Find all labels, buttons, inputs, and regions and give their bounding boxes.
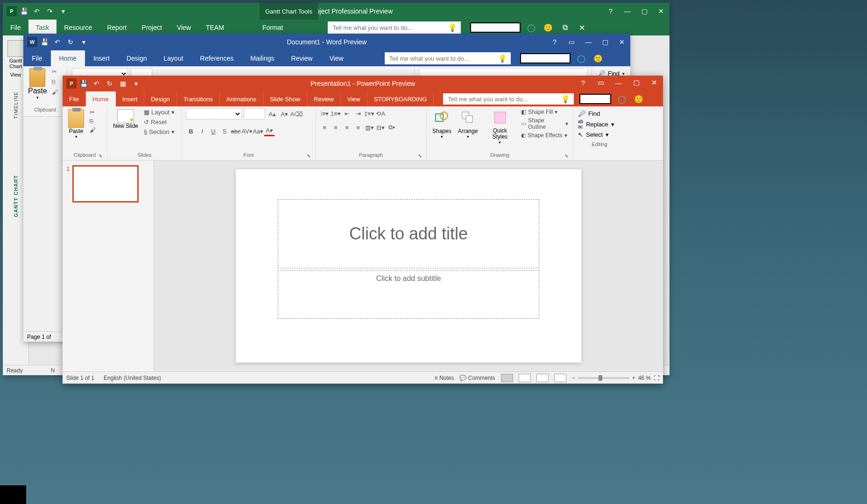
- ribbon-options-icon[interactable]: ▭: [592, 76, 610, 90]
- ribbon-options-icon[interactable]: ▭: [563, 35, 580, 49]
- shapes-button[interactable]: Shapes▾: [430, 108, 453, 140]
- tab-view[interactable]: View: [169, 20, 198, 35]
- format-painter-icon[interactable]: 🖌: [52, 89, 62, 97]
- tab-review[interactable]: Review: [283, 50, 321, 66]
- shape-outline-button[interactable]: ▭Shape Outline ▾: [520, 117, 569, 131]
- smartart-button[interactable]: ⧉▾: [387, 122, 397, 133]
- tab-design[interactable]: Design: [144, 91, 176, 106]
- sync-icon[interactable]: ◯: [616, 93, 628, 105]
- font-launcher-icon[interactable]: ⬊: [307, 153, 310, 158]
- bold-button[interactable]: B: [186, 126, 196, 136]
- quick-styles-button[interactable]: Quick Styles▾: [482, 108, 517, 146]
- shadow-button[interactable]: S: [219, 126, 230, 136]
- decrease-indent-button[interactable]: ⇤: [342, 108, 352, 119]
- qat-more-icon[interactable]: ▾: [59, 7, 67, 15]
- char-spacing-button[interactable]: AV▾: [242, 126, 252, 136]
- maximize-icon[interactable]: ▢: [597, 35, 613, 49]
- user-account-box[interactable]: [520, 53, 571, 63]
- sync-icon[interactable]: ◯: [525, 21, 537, 34]
- text-direction-button[interactable]: ⟲A: [375, 108, 386, 119]
- format-painter-icon[interactable]: 🖌: [89, 126, 97, 134]
- replace-button[interactable]: abacReplace ▾: [578, 119, 621, 129]
- tab-insert[interactable]: Insert: [85, 50, 118, 66]
- close-icon[interactable]: ✕: [613, 35, 630, 49]
- shape-effects-button[interactable]: ◐Shape Effects ▾: [520, 132, 569, 139]
- tab-storyboarding[interactable]: STORYBOARDING: [367, 91, 434, 106]
- find-button[interactable]: 🔎Find: [578, 110, 621, 117]
- tab-home[interactable]: Home: [86, 91, 116, 106]
- tab-slideshow[interactable]: Slide Show: [263, 91, 307, 106]
- align-right-button[interactable]: ≡: [342, 122, 352, 133]
- paste-button[interactable]: Paste ▾: [66, 108, 86, 140]
- undo-icon[interactable]: ↶: [33, 7, 41, 15]
- zoom-slider[interactable]: [578, 377, 629, 379]
- redo-icon[interactable]: ↷: [46, 7, 54, 15]
- feedback-smile-icon[interactable]: 🙂: [542, 21, 554, 34]
- feedback-smile-icon[interactable]: 🙂: [633, 93, 645, 105]
- ribbon-close-icon[interactable]: ✕: [576, 21, 588, 34]
- tab-design[interactable]: Design: [118, 50, 155, 66]
- tellme-input[interactable]: [443, 93, 574, 105]
- undo-icon[interactable]: ↶: [53, 38, 62, 46]
- zoom-in-button[interactable]: +: [632, 375, 635, 381]
- layout-button[interactable]: ▦Layout ▾: [143, 108, 176, 116]
- slide-1-thumbnail[interactable]: [72, 165, 139, 203]
- font-color-button[interactable]: A▾: [264, 126, 275, 136]
- tab-resource[interactable]: Resource: [56, 20, 99, 35]
- redo-icon[interactable]: ↻: [66, 38, 75, 46]
- share-icon[interactable]: ⧉: [559, 21, 571, 34]
- tab-animations[interactable]: Animations: [220, 91, 263, 106]
- tab-review[interactable]: Review: [307, 91, 341, 106]
- close-icon[interactable]: ✕: [645, 76, 663, 90]
- slide-thumbnails-panel[interactable]: 1: [63, 161, 154, 371]
- tab-team[interactable]: TEAM: [198, 20, 232, 35]
- cut-icon[interactable]: ✂: [89, 108, 97, 116]
- new-slide-button[interactable]: New Slide: [111, 108, 140, 130]
- section-button[interactable]: §Section ▾: [143, 128, 176, 136]
- reset-button[interactable]: ↺Reset: [143, 118, 176, 126]
- tellme-input[interactable]: [328, 21, 461, 34]
- sync-icon[interactable]: ◯: [575, 52, 587, 64]
- minimize-icon[interactable]: —: [619, 4, 636, 18]
- minimize-icon[interactable]: —: [580, 35, 597, 49]
- save-icon[interactable]: 💾: [40, 38, 49, 46]
- help-icon[interactable]: ?: [574, 76, 592, 90]
- numbering-button[interactable]: 1≡▾: [331, 108, 341, 119]
- decrease-font-icon[interactable]: A▾: [279, 109, 289, 119]
- minimize-icon[interactable]: —: [610, 76, 627, 90]
- bullets-button[interactable]: ⁝≡▾: [319, 108, 330, 119]
- comments-button[interactable]: 💬 Comments: [459, 375, 495, 381]
- maximize-icon[interactable]: ▢: [636, 4, 653, 18]
- reading-view-button[interactable]: [536, 374, 549, 382]
- collapse-ribbon-icon[interactable]: ˆ: [658, 375, 660, 382]
- tab-format[interactable]: Format: [255, 20, 290, 35]
- italic-button[interactable]: I: [197, 126, 207, 136]
- clipboard-launcher-icon[interactable]: ⬊: [99, 153, 102, 158]
- normal-view-button[interactable]: [501, 374, 513, 382]
- notes-button[interactable]: ≡ Notes: [435, 375, 454, 381]
- tab-task[interactable]: Task: [28, 20, 57, 35]
- user-account-box[interactable]: [470, 22, 521, 33]
- save-icon[interactable]: 💾: [79, 79, 88, 88]
- slide-sorter-view-button[interactable]: [519, 374, 531, 382]
- user-account-box[interactable]: [579, 94, 611, 104]
- select-button[interactable]: ↖Select ▾: [578, 131, 621, 138]
- align-text-button[interactable]: ⊟▾: [375, 122, 386, 133]
- tab-home[interactable]: Home: [51, 50, 85, 66]
- tab-view[interactable]: View: [341, 91, 367, 106]
- feedback-smile-icon[interactable]: 🙂: [592, 52, 604, 64]
- start-from-beginning-icon[interactable]: ▦: [119, 79, 127, 88]
- close-icon[interactable]: ✕: [653, 4, 670, 18]
- strike-button[interactable]: abc: [231, 126, 241, 136]
- tab-mailings[interactable]: Mailings: [242, 50, 282, 66]
- qat-more-icon[interactable]: ▾: [79, 38, 88, 46]
- drawing-launcher-icon[interactable]: ⬊: [564, 153, 568, 158]
- copy-icon[interactable]: ⎘: [52, 78, 62, 87]
- slideshow-view-button[interactable]: [554, 374, 566, 382]
- font-family-select[interactable]: [186, 108, 242, 119]
- line-spacing-button[interactable]: ‡≡▾: [364, 108, 374, 119]
- font-size-input[interactable]: [244, 108, 265, 119]
- change-case-button[interactable]: Aa▾: [253, 126, 263, 136]
- underline-button[interactable]: U: [208, 126, 219, 136]
- tellme-input[interactable]: [385, 52, 511, 64]
